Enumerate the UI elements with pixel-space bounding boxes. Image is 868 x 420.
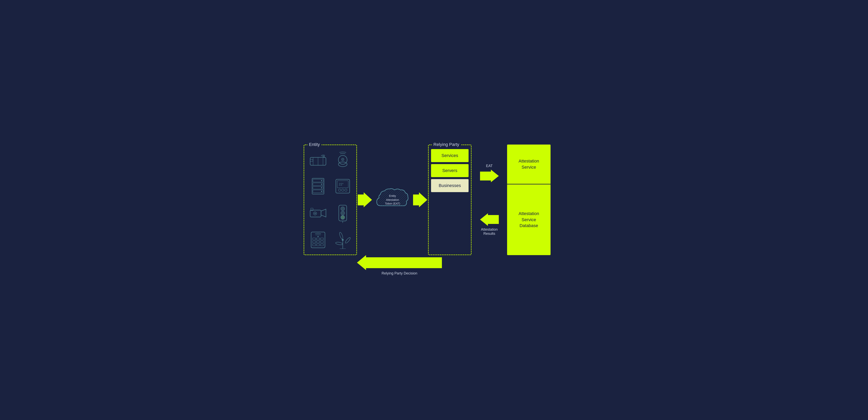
svg-point-28 <box>314 213 316 214</box>
right-arrows-section: EAT Attestation Results <box>471 144 507 255</box>
traffic-light-icon <box>337 203 349 224</box>
svg-point-17 <box>321 187 322 188</box>
eat-cloud-section: Entity Attestation Token (EAT) <box>373 144 412 255</box>
services-box: Services <box>431 149 469 162</box>
svg-rect-40 <box>312 241 316 243</box>
svg-rect-45 <box>320 244 323 246</box>
svg-rect-41 <box>316 241 320 243</box>
svg-text:22°: 22° <box>339 183 343 186</box>
bottom-arrow <box>357 255 442 270</box>
device-grid: 22° <box>307 149 353 252</box>
camera-icon <box>309 206 327 221</box>
router-icon <box>309 154 327 168</box>
svg-point-24 <box>345 189 347 191</box>
svg-point-9 <box>342 159 343 160</box>
svg-point-49 <box>344 237 351 244</box>
svg-point-36 <box>317 236 319 237</box>
svg-rect-7 <box>338 155 347 164</box>
diagram-wrapper: Entity <box>298 137 570 283</box>
svg-rect-37 <box>312 238 316 240</box>
relying-party-label: Relying Party <box>432 142 461 147</box>
svg-point-46 <box>342 239 344 241</box>
svg-rect-43 <box>312 244 316 246</box>
svg-point-23 <box>342 189 344 191</box>
attestation-results-label: Attestation Results <box>481 227 498 236</box>
svg-marker-26 <box>321 209 326 217</box>
svg-point-16 <box>321 184 322 185</box>
attestation-results-arrow-group: Attestation Results <box>480 213 499 236</box>
eat-arrow <box>480 170 499 182</box>
attestation-results-arrow <box>480 213 499 226</box>
svg-rect-42 <box>320 241 323 243</box>
entity-label: Entity <box>307 142 321 147</box>
businesses-box: Businesses <box>431 179 469 192</box>
svg-point-4 <box>323 156 324 158</box>
svg-rect-5 <box>310 159 313 161</box>
svg-point-18 <box>321 191 322 192</box>
bottom-arrow-group: Relying Party Decision <box>357 255 442 276</box>
server-rack-icon <box>310 177 326 196</box>
eat-arrow-group: EAT <box>480 164 499 182</box>
svg-rect-19 <box>336 179 350 193</box>
relying-party-box: Relying Party Services Servers Businesse… <box>428 144 471 255</box>
svg-rect-38 <box>316 238 320 240</box>
attestation-database-label: Attestation Service Database <box>519 211 539 229</box>
svg-point-33 <box>341 216 345 219</box>
thermostat-icon: 22° <box>335 178 351 195</box>
attestation-service-box: Attestation Service Attestation Service … <box>507 144 551 255</box>
svg-rect-39 <box>320 238 323 240</box>
arrow-entity-to-eat <box>357 144 373 255</box>
svg-point-15 <box>321 180 322 181</box>
eat-cloud: Entity Attestation Token (EAT) <box>375 187 410 213</box>
svg-point-48 <box>335 242 343 245</box>
svg-point-31 <box>341 207 345 211</box>
svg-point-32 <box>341 211 345 215</box>
arrow-eat-to-rp <box>412 144 428 255</box>
attestation-service-label: Attestation Service <box>519 158 539 170</box>
wind-turbine-icon <box>334 231 352 250</box>
smart-speaker-icon <box>336 152 350 170</box>
attestation-service-top: Attestation Service <box>507 144 551 184</box>
eat-arrow-label: EAT <box>486 164 493 168</box>
servers-box: Servers <box>431 164 469 177</box>
svg-point-47 <box>339 232 343 239</box>
attestation-service-database: Attestation Service Database <box>507 184 551 255</box>
svg-rect-44 <box>316 244 320 246</box>
relying-party-decision-section: Relying Party Decision <box>304 255 564 276</box>
svg-point-22 <box>338 189 341 191</box>
entity-box: Entity <box>304 144 357 255</box>
keypad-icon <box>310 231 326 250</box>
relying-party-decision-label: Relying Party Decision <box>381 271 417 276</box>
